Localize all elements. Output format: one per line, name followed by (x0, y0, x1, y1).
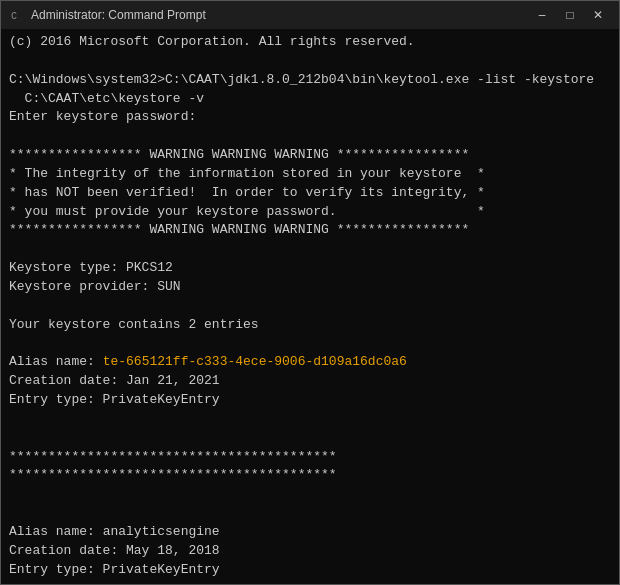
line3: C:\Windows\system32>C:\CAAT\jdk1.8.0_212… (9, 72, 594, 87)
alias1-value: te-665121ff-c333-4ece-9006-d109a16dc0a6 (103, 354, 407, 369)
maximize-button[interactable]: □ (557, 5, 583, 25)
line25: Entry type: PrivateKeyEntry (9, 562, 220, 577)
close-button[interactable]: ✕ (585, 5, 611, 25)
line20 (9, 411, 17, 426)
window: C Administrator: Command Prompt – □ ✕ (c… (0, 0, 620, 585)
line14: Keystore provider: SUN (9, 279, 181, 294)
title-bar-left: C Administrator: Command Prompt (9, 7, 206, 23)
line17 (9, 336, 17, 351)
line4: C:\CAAT\etc\keystore -v (9, 91, 204, 106)
alias1-line: Alias name: te-665121ff-c333-4ece-9006-d… (9, 354, 407, 369)
line9: * has NOT been verified! In order to ver… (9, 185, 485, 200)
title-bar-title: Administrator: Command Prompt (31, 8, 206, 22)
alias1-label: Alias name: (9, 354, 103, 369)
alias2-value: analyticsengine (103, 524, 220, 539)
line16: Your keystore contains 2 entries (9, 317, 259, 332)
line1: (c) 2016 Microsoft Corporation. All righ… (9, 34, 415, 49)
line10: * you must provide your keystore passwor… (9, 204, 485, 219)
terminal-body[interactable]: (c) 2016 Microsoft Corporation. All righ… (1, 29, 619, 584)
title-bar: C Administrator: Command Prompt – □ ✕ (1, 1, 619, 29)
alias2-line: Alias name: analyticsengine (9, 524, 220, 539)
alias2-label: Alias name: (9, 524, 103, 539)
line21 (9, 430, 17, 445)
cmd-icon: C (9, 7, 25, 23)
line6 (9, 128, 17, 143)
line13: Keystore type: PKCS12 (9, 260, 173, 275)
sep1: ****************************************… (9, 449, 337, 464)
line22 (9, 486, 17, 501)
line8: * The integrity of the information store… (9, 166, 485, 181)
line11: ***************** WARNING WARNING WARNIN… (9, 222, 469, 237)
line15 (9, 298, 17, 313)
line24: Creation date: May 18, 2018 (9, 543, 220, 558)
svg-text:C: C (11, 11, 17, 22)
line7: ***************** WARNING WARNING WARNIN… (9, 147, 469, 162)
line18: Creation date: Jan 21, 2021 (9, 373, 220, 388)
title-bar-controls: – □ ✕ (529, 5, 611, 25)
line19: Entry type: PrivateKeyEntry (9, 392, 220, 407)
line26 (9, 580, 17, 584)
minimize-button[interactable]: – (529, 5, 555, 25)
line23 (9, 505, 17, 520)
line5: Enter keystore password: (9, 109, 196, 124)
sep2: ****************************************… (9, 467, 337, 482)
line2 (9, 53, 17, 68)
line12 (9, 241, 17, 256)
